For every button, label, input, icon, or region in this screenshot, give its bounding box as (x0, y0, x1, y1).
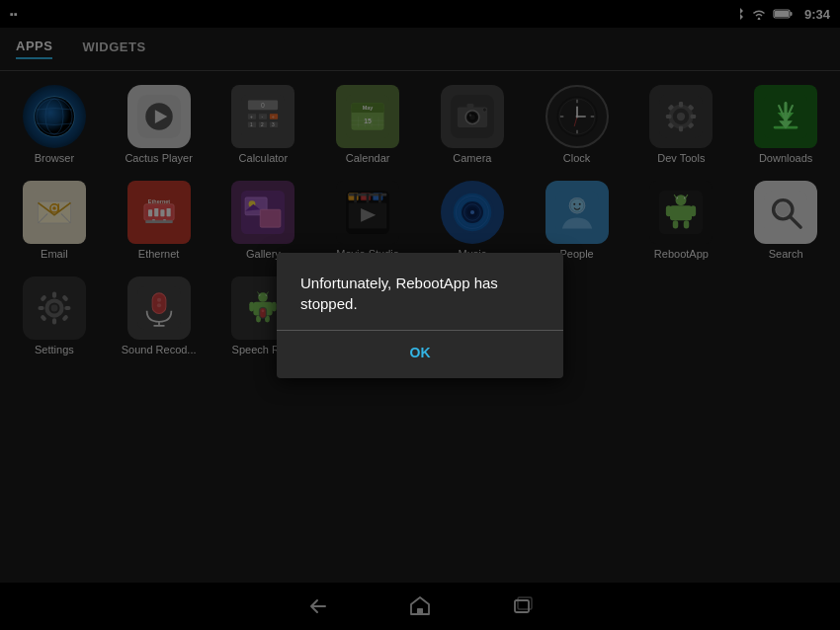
dialog-ok-button[interactable]: OK (386, 335, 455, 370)
dialog-message: Unfortunately, RebootApp has stopped. (300, 273, 540, 314)
dialog-buttons: OK (300, 331, 540, 370)
error-dialog: Unfortunately, RebootApp has stopped. OK (277, 253, 563, 378)
dialog-overlay: Unfortunately, RebootApp has stopped. OK (0, 0, 840, 630)
